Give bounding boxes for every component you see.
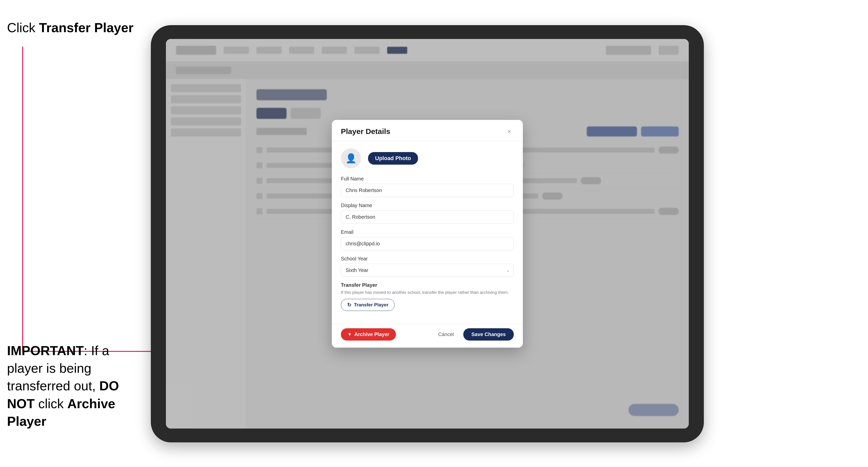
transfer-player-button-label: Transfer Player (354, 302, 389, 308)
full-name-label: Full Name (341, 176, 514, 182)
instruction-top-bold: Transfer Player (39, 20, 133, 35)
transfer-player-button[interactable]: ↻ Transfer Player (341, 299, 395, 311)
modal-body: 👤 Upload Photo Full Name Display Name (332, 141, 523, 324)
email-field: Email (341, 229, 514, 250)
avatar: 👤 (341, 148, 361, 168)
arrow-vertical-line (22, 46, 23, 352)
close-icon: × (507, 128, 511, 135)
tablet-screen: Player Details × 👤 Upload Photo (166, 39, 689, 429)
school-year-select[interactable]: Sixth Year First Year Second Year Third … (341, 264, 514, 277)
display-name-field: Display Name (341, 203, 514, 224)
full-name-input[interactable] (341, 184, 514, 197)
email-label: Email (341, 229, 514, 235)
app-background: Player Details × 👤 Upload Photo (166, 39, 689, 429)
modal-close-button[interactable]: × (505, 127, 514, 136)
archive-player-button[interactable]: ▼ Archive Player (341, 328, 396, 341)
upload-photo-button[interactable]: Upload Photo (368, 152, 418, 165)
archive-player-button-label: Archive Player (354, 332, 390, 337)
instruction-bottom-bold1: IMPORTANT (7, 343, 84, 358)
instruction-top-prefix: Click (7, 20, 39, 35)
archive-icon: ▼ (347, 332, 352, 337)
school-year-field: School Year Sixth Year First Year Second… (341, 256, 514, 277)
transfer-player-section: Transfer Player If this player has moved… (341, 282, 514, 311)
save-changes-button[interactable]: Save Changes (463, 328, 514, 341)
display-name-input[interactable] (341, 210, 514, 224)
modal-overlay: Player Details × 👤 Upload Photo (166, 39, 689, 429)
school-year-select-wrapper: Sixth Year First Year Second Year Third … (341, 264, 514, 277)
transfer-icon: ↻ (347, 302, 351, 308)
user-icon: 👤 (345, 153, 357, 164)
tablet-device: Player Details × 👤 Upload Photo (151, 25, 704, 442)
display-name-label: Display Name (341, 203, 514, 208)
instruction-top: Click Transfer Player (7, 20, 133, 35)
cancel-button[interactable]: Cancel (433, 328, 459, 341)
instruction-bottom: IMPORTANT: If a player is being transfer… (7, 342, 148, 430)
school-year-label: School Year (341, 256, 514, 262)
modal-header: Player Details × (332, 120, 523, 141)
avatar-section: 👤 Upload Photo (341, 148, 514, 168)
player-details-modal[interactable]: Player Details × 👤 Upload Photo (332, 120, 523, 348)
transfer-section-title: Transfer Player (341, 282, 514, 288)
instruction-bottom-text2: click (35, 396, 67, 411)
modal-title: Player Details (341, 127, 391, 136)
email-input[interactable] (341, 237, 514, 250)
transfer-section-description: If this player has moved to another scho… (341, 289, 514, 295)
modal-footer: ▼ Archive Player Cancel Save Changes (332, 324, 523, 348)
full-name-field: Full Name (341, 176, 514, 197)
